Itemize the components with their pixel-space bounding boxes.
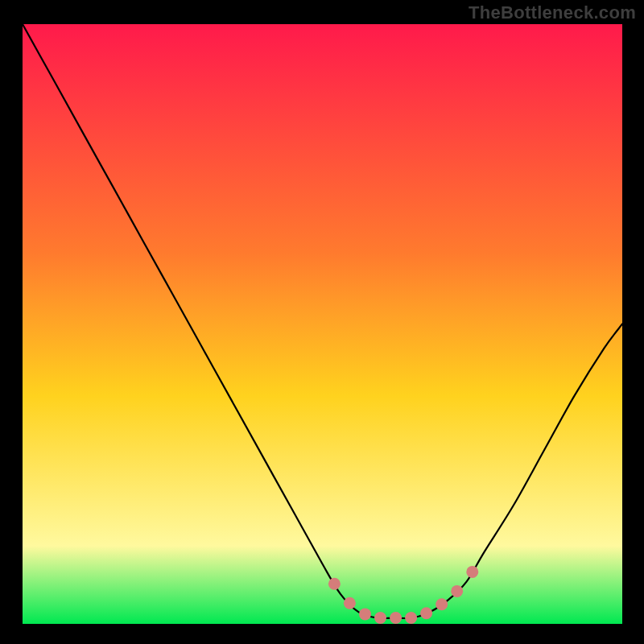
trough-dot <box>359 608 371 620</box>
chart-plot <box>23 24 622 624</box>
trough-dot <box>374 612 386 624</box>
trough-dot <box>344 597 356 609</box>
chart-svg <box>23 24 622 624</box>
trough-dot <box>405 612 417 624</box>
watermark-text: TheBottleneck.com <box>469 2 636 23</box>
trough-dot <box>436 598 448 610</box>
trough-dot <box>328 578 341 590</box>
trough-dot <box>451 585 463 597</box>
trough-dot <box>466 566 478 578</box>
trough-dot <box>420 607 432 619</box>
outer-frame: TheBottleneck.com <box>0 0 644 644</box>
trough-dot <box>390 612 402 624</box>
gradient-bg <box>23 24 622 624</box>
